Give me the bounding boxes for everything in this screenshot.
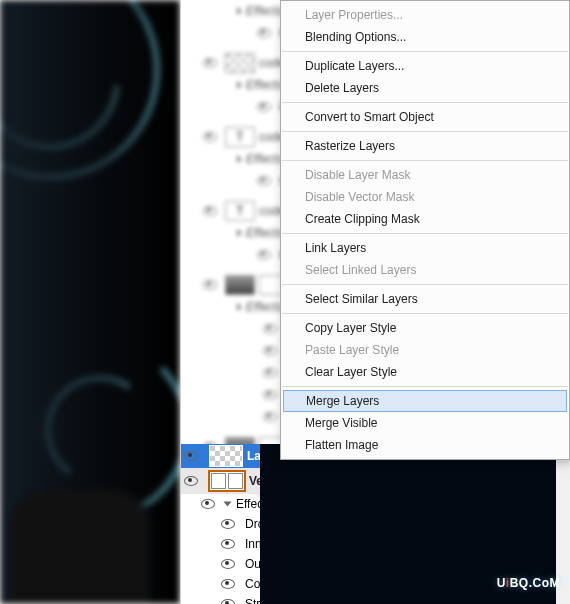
visibility-icon[interactable]: [184, 476, 198, 486]
menu-separator: [282, 131, 568, 132]
menu-disable-layer-mask: Disable Layer Mask: [281, 164, 569, 186]
menu-layer-properties: Layer Properties...: [281, 4, 569, 26]
visibility-icon[interactable]: [184, 451, 198, 461]
visibility-icon[interactable]: [221, 599, 235, 604]
context-menu: Layer Properties... Blending Options... …: [280, 0, 570, 460]
menu-delete-layers[interactable]: Delete Layers: [281, 77, 569, 99]
menu-flatten-image[interactable]: Flatten Image: [281, 434, 569, 456]
menu-clear-layer-style[interactable]: Clear Layer Style: [281, 361, 569, 383]
visibility-icon[interactable]: [221, 559, 235, 569]
menu-duplicate-layers[interactable]: Duplicate Layers...: [281, 55, 569, 77]
menu-separator: [282, 233, 568, 234]
visibility-icon[interactable]: [221, 519, 235, 529]
effects-label: Effects: [246, 4, 283, 18]
menu-separator: [282, 160, 568, 161]
layer-thumbnail[interactable]: [209, 445, 243, 467]
menu-merge-layers[interactable]: Merge Layers: [283, 390, 567, 412]
menu-convert-smart-object[interactable]: Convert to Smart Object: [281, 106, 569, 128]
menu-separator: [282, 284, 568, 285]
menu-paste-layer-style: Paste Layer Style: [281, 339, 569, 361]
smart-object-thumbnail[interactable]: [208, 470, 246, 492]
menu-merge-visible[interactable]: Merge Visible: [281, 412, 569, 434]
menu-rasterize-layers[interactable]: Rasterize Layers: [281, 135, 569, 157]
visibility-icon[interactable]: [221, 539, 235, 549]
menu-separator: [282, 51, 568, 52]
menu-select-linked-layers: Select Linked Layers: [281, 259, 569, 281]
menu-link-layers[interactable]: Link Layers: [281, 237, 569, 259]
visibility-icon[interactable]: [201, 499, 215, 509]
menu-separator: [282, 102, 568, 103]
menu-create-clipping-mask[interactable]: Create Clipping Mask: [281, 208, 569, 230]
watermark: UiBQ.CoM: [497, 562, 560, 594]
menu-copy-layer-style[interactable]: Copy Layer Style: [281, 317, 569, 339]
visibility-icon[interactable]: [221, 579, 235, 589]
menu-select-similar-layers[interactable]: Select Similar Layers: [281, 288, 569, 310]
menu-blending-options[interactable]: Blending Options...: [281, 26, 569, 48]
menu-separator: [282, 313, 568, 314]
menu-disable-vector-mask: Disable Vector Mask: [281, 186, 569, 208]
document-canvas: [0, 0, 180, 604]
menu-separator: [282, 386, 568, 387]
